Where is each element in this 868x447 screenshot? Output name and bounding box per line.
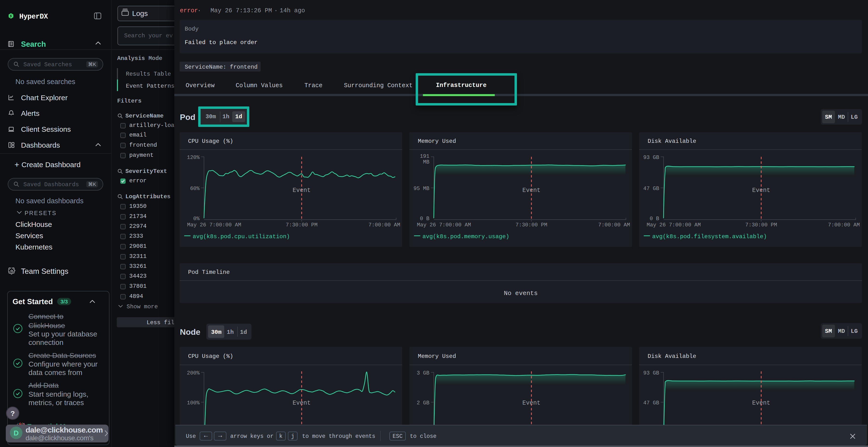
svg-text:0 B: 0 B	[650, 216, 659, 222]
svg-text:7:30:00 PM: 7:30:00 PM	[286, 222, 317, 228]
svg-text:Event: Event	[752, 400, 770, 407]
svg-text:7:00:00 AM: 7:00:00 AM	[598, 222, 630, 228]
svg-text:May 26 7:00:00 AM: May 26 7:00:00 AM	[417, 222, 471, 228]
svg-text:191: 191	[420, 153, 429, 160]
svg-text:47 GB: 47 GB	[643, 400, 659, 406]
svg-text:Event: Event	[522, 187, 540, 194]
svg-text:47 GB: 47 GB	[643, 186, 659, 192]
svg-text:7:30:00 PM: 7:30:00 PM	[745, 222, 777, 228]
svg-text:3 GB: 3 GB	[416, 370, 429, 376]
svg-text:Event: Event	[522, 400, 540, 407]
svg-text:Event: Event	[292, 400, 311, 407]
svg-text:0 B: 0 B	[420, 216, 429, 222]
svg-text:120%: 120%	[187, 154, 200, 161]
svg-text:0%: 0%	[193, 216, 200, 222]
svg-text:93 GB: 93 GB	[643, 370, 659, 376]
svg-text:MB: MB	[423, 159, 429, 165]
svg-text:Event: Event	[292, 187, 311, 194]
svg-text:95 MB: 95 MB	[413, 186, 429, 192]
svg-text:200%: 200%	[187, 370, 200, 376]
svg-text:2 GB: 2 GB	[416, 400, 429, 406]
svg-text:avg(k8s.pod.cpu.utilization): avg(k8s.pod.cpu.utilization)	[193, 233, 290, 240]
svg-text:avg(k8s.pod.filesystem.availab: avg(k8s.pod.filesystem.available)	[652, 233, 767, 240]
svg-text:May 26 7:00:00 AM: May 26 7:00:00 AM	[647, 222, 701, 228]
svg-text:7:00:00 AM: 7:00:00 AM	[828, 222, 860, 228]
svg-text:May 26 7:00:00 AM: May 26 7:00:00 AM	[187, 222, 241, 228]
svg-text:60%: 60%	[190, 186, 199, 192]
svg-text:avg(k8s.pod.memory.usage): avg(k8s.pod.memory.usage)	[423, 233, 509, 240]
svg-text:7:00:00 AM: 7:00:00 AM	[368, 222, 400, 228]
svg-text:Event: Event	[752, 187, 770, 194]
svg-text:7:30:00 PM: 7:30:00 PM	[516, 222, 547, 228]
svg-text:93 GB: 93 GB	[643, 154, 659, 161]
svg-text:100%: 100%	[187, 400, 200, 406]
